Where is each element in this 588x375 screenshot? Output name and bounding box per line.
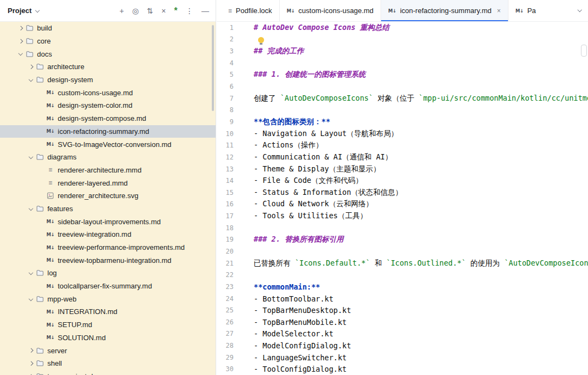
chevron-collapsed-icon[interactable]	[19, 26, 23, 30]
editor-line[interactable]: 15- Status & Information（状态和信息）	[217, 187, 588, 199]
editor-line[interactable]: 29- LanguageSwitcher.kt	[217, 352, 588, 364]
editor-line[interactable]: 1# AutoDev Compose Icons 重构总结	[217, 22, 588, 34]
chevron-expanded-icon[interactable]	[29, 271, 33, 275]
more-options-icon[interactable]: ⋮	[186, 7, 193, 15]
editor-line[interactable]: 17- Tools & Utilities（工具）	[217, 210, 588, 222]
chevron-expanded-icon[interactable]	[19, 51, 23, 56]
chevron-expanded-icon[interactable]	[29, 155, 33, 159]
tree-item-toolcallparser-fix-summary.md[interactable]: M↓toolcallparser-fix-summary.md	[0, 280, 216, 293]
line-number: 11	[217, 142, 245, 149]
tree-item-temp-project-docs[interactable]: temp-project-docs	[0, 370, 216, 375]
editor-line[interactable]: 21已替换所有 `Icons.Default.*` 和 `Icons.Outli…	[217, 257, 588, 269]
editor-line[interactable]: 3## 完成的工作	[217, 45, 588, 57]
editor-line[interactable]: 26- TopBarMenuMobile.kt	[217, 316, 588, 328]
editor-line[interactable]: 16- Cloud & Network（云和网络）	[217, 199, 588, 211]
intention-bulb-icon[interactable]	[258, 37, 264, 43]
editor-line[interactable]: 30- ToolConfigDialog.kt	[217, 364, 588, 375]
editor-line[interactable]: 11- Actions（操作）	[217, 139, 588, 151]
tree-item-docs[interactable]: docs	[0, 47, 216, 60]
line-content: - TopBarMenuDesktop.kt	[245, 306, 351, 315]
editor-line[interactable]: 13- Theme & Display（主题和显示）	[217, 163, 588, 175]
add-icon[interactable]: +	[119, 7, 124, 15]
chevron-slot	[26, 272, 35, 274]
tree-item-diagrams[interactable]: diagrams	[0, 151, 216, 164]
editor-line[interactable]: 12- Communication & AI（通信和 AI）	[217, 151, 588, 163]
editor-line[interactable]: 9**包含的图标类别：**	[217, 116, 588, 128]
tree-item-server[interactable]: server	[0, 344, 216, 357]
chevron-slot	[16, 40, 25, 43]
editor-line[interactable]: 23**commonMain:**	[217, 281, 588, 293]
editor-line[interactable]: 14- File & Code（文件和代码）	[217, 175, 588, 187]
tree-item-design-system[interactable]: design-system	[0, 73, 216, 87]
tree-item-renderer-architecture.mmd[interactable]: ≡renderer-architecture.mmd	[0, 164, 216, 177]
tree-item-build[interactable]: build	[0, 22, 216, 35]
editor-line[interactable]: 5### 1. 创建统一的图标管理系统	[217, 69, 588, 81]
chevron-expanded-icon[interactable]	[29, 77, 33, 82]
editor-line[interactable]: 4	[217, 57, 588, 69]
tree-item-shell[interactable]: shell	[0, 357, 216, 370]
code-segment: 的使用为	[466, 259, 504, 267]
tree-item-design-system-compose.md[interactable]: M↓design-system-compose.md	[0, 112, 216, 125]
editor-line[interactable]: 10- Navigation & Layout（导航和布局）	[217, 128, 588, 140]
chevron-collapsed-icon[interactable]	[29, 348, 33, 353]
tree-item-INTEGRATION.md[interactable]: M↓INTEGRATION.md	[0, 305, 216, 318]
editor-line[interactable]: 19### 2. 替换所有图标引用	[217, 234, 588, 246]
editor-line[interactable]: 2	[217, 34, 588, 46]
hide-panel-icon[interactable]: —	[201, 7, 209, 15]
line-number: 28	[217, 342, 245, 349]
editor-tab-Podfile.lock[interactable]: ≡Podfile.lock	[221, 0, 280, 21]
editor-line[interactable]: 20	[217, 245, 588, 257]
tree-item-sidebar-layout-improvements.md[interactable]: M↓sidebar-layout-improvements.md	[0, 215, 216, 228]
tree-item-SOLUTION.md[interactable]: M↓SOLUTION.md	[0, 331, 216, 345]
editor-scrollbar-widget[interactable]	[581, 45, 587, 57]
editor-tab-Pa[interactable]: M↓Pa	[509, 0, 539, 21]
chevron-expanded-icon[interactable]	[29, 206, 33, 211]
tree-scrollbar-thumb[interactable]	[212, 25, 214, 111]
line-number: 17	[217, 212, 245, 220]
editor-tab-icon-refactoring-summary.md[interactable]: M↓icon-refactoring-summary.md×	[381, 0, 509, 21]
editor-line[interactable]: 28- ModelConfigDialog.kt	[217, 340, 588, 352]
project-panel-title-button[interactable]: Project	[8, 7, 39, 15]
tree-item-custom-icons-usage.md[interactable]: M↓custom-icons-usage.md	[0, 86, 216, 99]
chevron-collapsed-icon[interactable]	[29, 65, 33, 69]
editor-line[interactable]: 24- BottomToolbar.kt	[217, 293, 588, 305]
editor-line[interactable]: 6	[217, 81, 588, 93]
tree-item-treeview-topbarmenu-integration.md[interactable]: M↓treeview-topbarmenu-integration.md	[0, 254, 216, 267]
editor[interactable]: 1# AutoDev Compose Icons 重构总结23## 完成的工作4…	[217, 22, 588, 375]
tree-item-core[interactable]: core	[0, 35, 216, 48]
tree-item-architecture[interactable]: architecture	[0, 60, 216, 73]
ai-assistant-icon[interactable]: *	[174, 7, 177, 15]
chevron-collapsed-icon[interactable]	[29, 361, 33, 366]
tree-item-label: architecture	[47, 63, 84, 71]
select-opened-file-icon[interactable]: ◎	[132, 7, 139, 15]
close-tab-icon[interactable]: ×	[497, 7, 501, 15]
tree-item-design-system-color.md[interactable]: M↓design-system-color.md	[0, 99, 216, 112]
code-segment: ### 1. 创建统一的图标管理系统	[254, 70, 365, 78]
code-segment: 已替换所有	[254, 259, 295, 267]
tree-item-SETUP.md[interactable]: M↓SETUP.md	[0, 318, 216, 331]
editor-line[interactable]: 25- TopBarMenuDesktop.kt	[217, 304, 588, 316]
editor-tab-custom-icons-usage.md[interactable]: M↓custom-icons-usage.md	[280, 0, 382, 21]
editor-line[interactable]: 7创建了 `AutoDevComposeIcons` 对象（位于 `mpp-ui…	[217, 93, 588, 104]
expand-all-icon[interactable]: ⇅	[147, 7, 154, 15]
tree-item-renderer_architecture.svg[interactable]: renderer_architecture.svg	[0, 189, 216, 202]
chevron-collapsed-icon[interactable]	[19, 39, 23, 44]
tab-overflow-button[interactable]	[572, 0, 588, 21]
tree-item-renderer-layered.mmd[interactable]: ≡renderer-layered.mmd	[0, 176, 216, 189]
line-number: 13	[217, 165, 245, 173]
tree-item-features[interactable]: features	[0, 202, 216, 216]
collapse-all-icon[interactable]: ×	[162, 7, 166, 15]
tree-item-SVG-to-ImageVector-conversion.md[interactable]: M↓SVG-to-ImageVector-conversion.md	[0, 138, 216, 151]
chevron-expanded-icon[interactable]	[29, 296, 33, 300]
editor-line[interactable]: 22	[217, 269, 588, 281]
tree-item-mpp-web[interactable]: mpp-web	[0, 292, 216, 305]
editor-line[interactable]: 27- ModelSelector.kt	[217, 328, 588, 340]
editor-line[interactable]: 8	[217, 104, 588, 116]
tree-item-treeview-integration.md[interactable]: M↓treeview-integration.md	[0, 228, 216, 241]
editor-line[interactable]: 18	[217, 222, 588, 234]
tree-item-log[interactable]: log	[0, 267, 216, 280]
tree-item-treeview-performance-improvements.md[interactable]: M↓treeview-performance-improvements.md	[0, 241, 216, 254]
tree-item-icon-refactoring-summary.md[interactable]: M↓icon-refactoring-summary.md	[0, 125, 216, 138]
folder-icon	[25, 50, 34, 58]
tree-item-label: shell	[47, 359, 62, 367]
